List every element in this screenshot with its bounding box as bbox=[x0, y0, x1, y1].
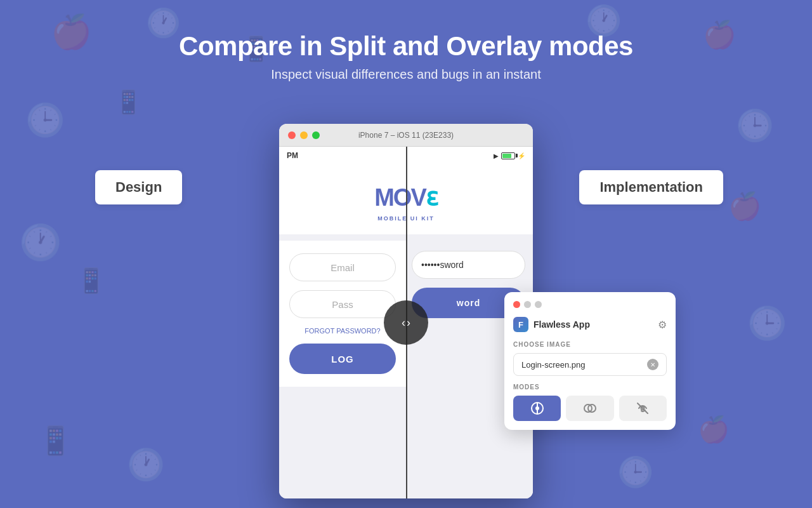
flawless-panel: F Flawless App ⚙ CHOOSE IMAGE Login-scre… bbox=[504, 292, 676, 430]
page-title: Compare in Split and Overlay modes bbox=[0, 30, 812, 62]
status-signal: ▶ bbox=[494, 152, 499, 159]
choose-image-label: CHOOSE IMAGE bbox=[513, 341, 667, 348]
panel-window-controls bbox=[513, 301, 542, 308]
forgot-password[interactable]: FORGOT PASSWORD? bbox=[304, 327, 380, 335]
mac-window-controls bbox=[288, 131, 320, 139]
split-control[interactable]: ‹ › bbox=[384, 300, 428, 345]
hide-mode-icon bbox=[636, 401, 650, 415]
split-mode-button[interactable] bbox=[513, 396, 561, 421]
settings-icon[interactable]: ⚙ bbox=[658, 319, 667, 331]
battery-icon bbox=[501, 152, 515, 159]
flawless-app-icon: F bbox=[513, 317, 528, 332]
implementation-label: Implementation bbox=[579, 170, 723, 204]
modes-selector bbox=[513, 396, 667, 421]
battery-bolt: ⚡ bbox=[518, 152, 525, 159]
mac-titlebar: iPhone 7 – iOS 11 (23E233) bbox=[279, 124, 533, 147]
panel-close-button[interactable] bbox=[513, 301, 520, 308]
design-label: Design bbox=[95, 170, 182, 204]
panel-minimize-button[interactable] bbox=[524, 301, 531, 308]
page-subtitle: Inspect visual differences and bugs in a… bbox=[0, 67, 812, 82]
svg-point-2 bbox=[535, 406, 539, 410]
overlay-mode-button[interactable] bbox=[566, 396, 613, 421]
mac-window-title: iPhone 7 – iOS 11 (23E233) bbox=[358, 131, 454, 140]
logo-right: ɛ bbox=[426, 184, 438, 211]
split-mode-icon bbox=[530, 401, 544, 415]
clear-image-button[interactable]: ✕ bbox=[647, 359, 658, 370]
logo-left: MOV bbox=[374, 184, 426, 211]
modes-label: MODES bbox=[513, 384, 667, 391]
status-time: PM bbox=[287, 151, 298, 160]
mac-maximize-button[interactable] bbox=[312, 131, 320, 139]
battery-fill bbox=[502, 154, 511, 158]
image-selector[interactable]: Login-screen.png ✕ bbox=[513, 353, 667, 376]
password-right-text: ••••••sword bbox=[421, 260, 464, 270]
selected-filename: Login-screen.png bbox=[521, 360, 642, 370]
panel-titlebar bbox=[513, 301, 667, 308]
phone-screen: PM ▶ ⚡ MOV ɛ MOBILE UI KIT Email bbox=[279, 147, 533, 498]
password-placeholder: Pass bbox=[332, 299, 353, 310]
password-input[interactable]: Pass bbox=[289, 290, 396, 318]
email-placeholder: Email bbox=[331, 262, 355, 273]
battery-tip bbox=[516, 154, 518, 157]
arrow-left-icon: ‹ bbox=[402, 316, 405, 330]
page-header: Compare in Split and Overlay modes Inspe… bbox=[0, 30, 812, 82]
flawless-app-name: Flawless App bbox=[534, 319, 653, 330]
hide-mode-button[interactable] bbox=[619, 396, 667, 421]
email-input[interactable]: Email bbox=[289, 253, 396, 281]
panel-app-row: F Flawless App ⚙ bbox=[513, 317, 667, 332]
login-button[interactable]: LOG bbox=[289, 344, 396, 374]
mac-minimize-button[interactable] bbox=[300, 131, 308, 139]
mac-window: iPhone 7 – iOS 11 (23E233) PM ▶ ⚡ MOV ɛ … bbox=[279, 124, 533, 498]
arrow-right-icon: › bbox=[407, 316, 410, 330]
overlay-mode-icon bbox=[583, 401, 597, 415]
password-right-input[interactable]: ••••••sword bbox=[412, 251, 525, 279]
panel-maximize-button[interactable] bbox=[535, 301, 542, 308]
mac-close-button[interactable] bbox=[288, 131, 296, 139]
